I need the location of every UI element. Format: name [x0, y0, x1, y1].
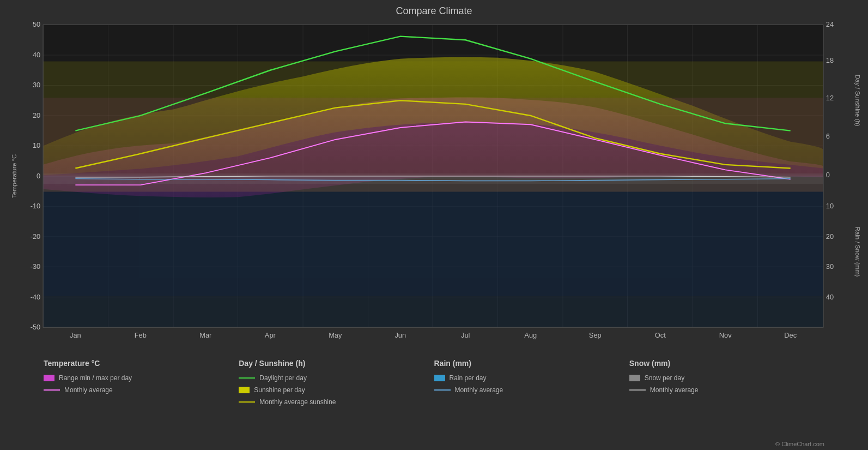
legend-swatch-sunshine-day — [239, 387, 250, 393]
svg-text:May: May — [329, 332, 342, 339]
svg-text:0: 0 — [826, 171, 830, 179]
legend-title-rain: Rain (mm) — [434, 359, 629, 368]
svg-text:Day / Sunshine (h): Day / Sunshine (h) — [854, 75, 861, 127]
legend-swatch-rain-day — [434, 375, 445, 381]
svg-text:Aug: Aug — [524, 332, 537, 339]
legend-label-snow-day: Snow per day — [645, 374, 684, 382]
svg-text:6: 6 — [826, 133, 830, 140]
chart-area: Stockholm Stockholm ClimeChart.com Clime… — [5, 20, 863, 353]
svg-text:10: 10 — [33, 142, 40, 149]
legend-label-sunshine-avg: Monthly average sunshine — [259, 398, 336, 406]
legend-item-sunshine-avg: Monthly average sunshine — [239, 398, 434, 406]
legend-swatch-snow-day — [629, 375, 640, 381]
chart-title: Compare Climate — [0, 0, 868, 20]
svg-text:40: 40 — [33, 51, 40, 59]
legend-title-sunshine: Day / Sunshine (h) — [239, 359, 434, 368]
svg-text:20: 20 — [33, 112, 40, 119]
svg-text:40: 40 — [826, 293, 834, 301]
svg-text:-50: -50 — [31, 323, 41, 331]
svg-text:30: 30 — [33, 81, 40, 89]
svg-text:10: 10 — [826, 202, 834, 210]
legend-area: Temperature °C Range min / max per day M… — [0, 353, 868, 441]
svg-text:Nov: Nov — [719, 332, 732, 339]
legend-swatch-temp-range — [44, 375, 54, 381]
svg-text:-40: -40 — [31, 293, 41, 301]
svg-rect-29 — [43, 62, 823, 192]
svg-text:Jul: Jul — [461, 332, 470, 339]
legend-title-snow: Snow (mm) — [629, 359, 824, 368]
svg-text:-20: -20 — [31, 233, 41, 241]
legend-col-sunshine: Day / Sunshine (h) Daylight per day Suns… — [239, 359, 434, 435]
legend-item-rain-avg: Monthly average — [434, 386, 629, 394]
legend-line-daylight — [239, 377, 255, 379]
legend-line-sunshine-avg — [239, 401, 255, 403]
legend-item-temp-range: Range min / max per day — [44, 374, 239, 382]
legend-item-snow-avg: Monthly average — [629, 386, 824, 394]
svg-text:Jun: Jun — [394, 332, 406, 339]
svg-text:Jan: Jan — [70, 332, 81, 339]
svg-text:50: 50 — [33, 21, 40, 29]
legend-line-rain-avg — [434, 389, 451, 391]
legend-label-daylight: Daylight per day — [259, 374, 307, 382]
svg-text:0: 0 — [37, 172, 40, 180]
legend-item-sunshine-day: Sunshine per day — [239, 386, 434, 394]
legend-label-rain-day: Rain per day — [450, 374, 487, 382]
legend-label-temp-range: Range min / max per day — [59, 374, 132, 382]
legend-col-rain: Rain (mm) Rain per day Monthly average — [434, 359, 629, 435]
svg-rect-30 — [43, 173, 823, 184]
svg-text:Feb: Feb — [135, 332, 147, 339]
svg-text:-10: -10 — [31, 202, 41, 210]
legend-line-snow-avg — [629, 389, 646, 391]
legend-item-daylight: Daylight per day — [239, 374, 434, 382]
svg-text:Sep: Sep — [589, 332, 602, 339]
svg-text:20: 20 — [826, 233, 834, 241]
legend-label-sunshine-day: Sunshine per day — [254, 386, 305, 394]
svg-text:Dec: Dec — [784, 332, 797, 339]
legend-item-snow-day: Snow per day — [629, 374, 824, 382]
main-chart: 50 40 30 20 10 0 -10 -20 -30 -40 -50 24 … — [5, 20, 863, 353]
legend-line-temp-avg — [44, 389, 60, 391]
svg-text:12: 12 — [826, 94, 834, 102]
svg-text:24: 24 — [826, 21, 834, 29]
svg-text:Oct: Oct — [655, 332, 666, 339]
legend-title-temperature: Temperature °C — [44, 359, 239, 368]
svg-text:Temperature °C: Temperature °C — [10, 154, 17, 198]
legend-label-snow-avg: Monthly average — [650, 386, 699, 394]
legend-col-temperature: Temperature °C Range min / max per day M… — [44, 359, 239, 435]
copyright: © ClimeChart.com — [0, 441, 868, 450]
svg-text:Mar: Mar — [199, 332, 211, 339]
legend-label-rain-avg: Monthly average — [455, 386, 503, 394]
legend-item-temp-avg: Monthly average — [44, 386, 239, 394]
svg-text:18: 18 — [826, 57, 834, 65]
svg-text:Rain / Snow (mm): Rain / Snow (mm) — [854, 227, 861, 277]
legend-label-temp-avg: Monthly average — [64, 386, 113, 394]
svg-text:-30: -30 — [31, 263, 41, 271]
legend-col-snow: Snow (mm) Snow per day Monthly average — [629, 359, 824, 435]
svg-text:Apr: Apr — [265, 332, 276, 339]
legend-item-rain-day: Rain per day — [434, 374, 629, 382]
svg-text:30: 30 — [826, 263, 834, 271]
main-container: Compare Climate Stockholm Stockholm Clim… — [0, 0, 868, 450]
